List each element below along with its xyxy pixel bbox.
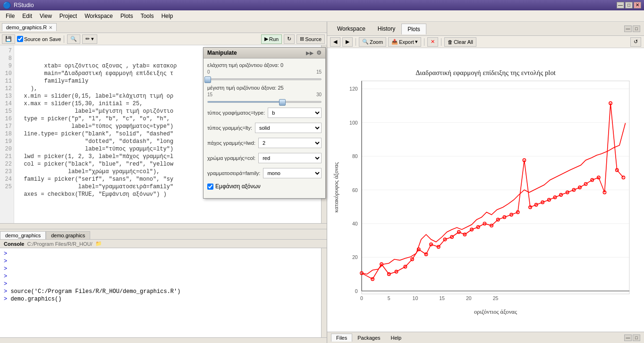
- manipulate-row-6: γραμματοσειρά=family: serifsansmonosymbo…: [207, 168, 322, 178]
- manipulate-expand-icon[interactable]: ▶▶: [306, 50, 314, 56]
- file-tab-demo-graphics[interactable]: demo.graphics: [46, 231, 90, 239]
- slider-thumb-1[interactable]: [279, 99, 286, 106]
- plots-clear-button[interactable]: 🗑 Clear All: [444, 37, 476, 47]
- slider-thumb-0[interactable]: [204, 76, 211, 83]
- line-number: 7: [0, 47, 12, 55]
- clear-label: Clear All: [454, 39, 473, 45]
- find-button[interactable]: 🔍: [67, 34, 80, 44]
- editor-tab-demo-graphics[interactable]: demo_graphics.R ✕: [2, 23, 57, 31]
- right-bottom-minimize-button[interactable]: —: [624, 335, 632, 341]
- svg-text:100: 100: [349, 120, 358, 125]
- manipulate-row-1: μέγιστη τιμή οριζόντιου άξονα: 25 15 30: [207, 85, 322, 103]
- select-5[interactable]: blackblueredyellowgreen: [258, 153, 322, 163]
- code-tools-button[interactable]: ✏ ▾: [82, 34, 97, 44]
- menu-item-help[interactable]: Help: [158, 12, 177, 20]
- manipulate-header[interactable]: Manipulate ▶▶ ⚙: [203, 48, 325, 59]
- rerun-button[interactable]: ↻: [284, 34, 295, 44]
- plots-fwd-button[interactable]: ▶: [342, 37, 353, 47]
- menu-item-tools[interactable]: Tools: [137, 12, 158, 20]
- menu-item-workspace[interactable]: Workspace: [81, 12, 117, 20]
- line-number: 17: [0, 123, 12, 130]
- right-bottom-maximize-button[interactable]: □: [633, 335, 640, 341]
- console-hscrollbar[interactable]: [0, 337, 327, 343]
- minimize-button[interactable]: —: [617, 2, 624, 8]
- select-label-5: χρώμα γραμμής=col:: [207, 155, 255, 161]
- manipulate-panel: Manipulate ▶▶ ⚙ ελάχιστη τιμή οριζόντιου…: [203, 47, 326, 199]
- select-4[interactable]: 123: [258, 138, 322, 148]
- right-maximize-button[interactable]: □: [633, 25, 640, 32]
- select-label-2: τύπος γραφήματος=type:: [207, 110, 265, 116]
- run-icon: ▶: [264, 36, 268, 42]
- window-controls: — □ ✕: [617, 2, 641, 8]
- tab-workspace[interactable]: Workspace: [331, 23, 372, 34]
- manipulate-title: Manipulate: [207, 50, 237, 56]
- menu-item-edit[interactable]: Edit: [18, 12, 36, 20]
- plots-toolbar-sep3: [441, 38, 441, 46]
- plots-export-button[interactable]: 📤 Export ▾: [388, 37, 421, 47]
- tab-packages[interactable]: Packages: [352, 334, 385, 342]
- line-number: 19: [0, 138, 12, 145]
- run-button[interactable]: ▶ Run: [261, 34, 282, 44]
- slider-fill-1: [208, 101, 282, 102]
- plot-y-label: κατακόρυφος άξονας: [333, 162, 339, 212]
- console-line: >: [4, 265, 317, 273]
- svg-text:20: 20: [352, 255, 358, 260]
- line-number: 12: [0, 85, 12, 92]
- checkbox-axes[interactable]: [207, 184, 213, 190]
- slider-label-1: μέγιστη τιμή οριζόντιου άξονα: 25: [207, 85, 322, 91]
- manipulate-gear-icon[interactable]: ⚙: [316, 50, 322, 56]
- svg-text:0: 0: [360, 295, 363, 301]
- line-number: 18: [0, 130, 12, 138]
- line-number: 15: [0, 108, 12, 115]
- plots-toolbar-sep1: [356, 38, 356, 46]
- menu-item-project[interactable]: Project: [56, 12, 81, 20]
- zoom-label: Zoom: [370, 39, 383, 45]
- editor-toolbar: 💾 Source on Save 🔍 ✏ ▾ ▶ Run ↻ ⊞ Source: [0, 33, 327, 45]
- console-header: Console C:/Program Files/R/R_HOU/ 📁: [0, 240, 327, 248]
- window-title: RStudio: [14, 2, 617, 8]
- slider-track-1[interactable]: [207, 101, 322, 103]
- console-line: >: [4, 250, 317, 258]
- tab-files[interactable]: Files: [331, 334, 352, 342]
- right-minimize-button[interactable]: —: [624, 25, 632, 32]
- select-3[interactable]: blanksoliddasheddotteddotdashlongdash: [255, 123, 322, 133]
- plots-panel: Workspace History Plots — □ ◀ ▶ 🔍 Zoom: [327, 22, 644, 343]
- console-content[interactable]: >>>>>> source('C:/Program Files/R/R_HOU/…: [0, 248, 321, 337]
- file-tab-demo-graphics[interactable]: demo_graphics: [0, 231, 46, 239]
- line-number: 16: [0, 115, 12, 123]
- plots-zoom-button[interactable]: 🔍 Zoom: [359, 37, 386, 47]
- line-number: 13: [0, 92, 12, 100]
- tab-plots[interactable]: Plots: [401, 24, 426, 34]
- svg-text:0: 0: [355, 288, 358, 294]
- close-button[interactable]: ✕: [634, 2, 641, 8]
- maximize-button[interactable]: □: [625, 2, 633, 8]
- plots-delete-button[interactable]: ✕: [427, 37, 438, 47]
- source-button[interactable]: ⊞ Source: [297, 34, 325, 44]
- slider-track-0[interactable]: [207, 78, 322, 80]
- menu-item-plots[interactable]: Plots: [117, 12, 137, 20]
- plots-refresh-button[interactable]: ↺: [630, 37, 641, 47]
- select-label-6: γραμματοσειρά=family:: [207, 170, 260, 176]
- checkbox-label-7: Εμφάνιση αξόνων: [215, 183, 261, 190]
- toolbar-separator-1: [64, 35, 64, 43]
- source-on-save-checkbox[interactable]: [17, 36, 23, 42]
- manipulate-row-5: χρώμα γραμμής=col: blackblueredyellowgre…: [207, 153, 322, 163]
- svg-text:5: 5: [388, 295, 390, 301]
- plot-title: Διαδραστική εφαρμογή επίδειξης της εντολ…: [415, 69, 556, 76]
- export-chevron-icon: ▾: [415, 39, 418, 45]
- tab-help[interactable]: Help: [386, 334, 407, 342]
- editor-tab-close-icon[interactable]: ✕: [49, 25, 52, 30]
- clear-icon: 🗑: [448, 39, 453, 45]
- save-button[interactable]: 💾: [2, 34, 15, 44]
- select-2[interactable]: plbcoh: [268, 108, 322, 118]
- menu-item-view[interactable]: View: [36, 12, 56, 20]
- select-6[interactable]: serifsansmonosymbol: [263, 168, 322, 178]
- tab-history[interactable]: History: [372, 23, 401, 34]
- menu-item-file[interactable]: File: [2, 12, 18, 20]
- console-vscrollbar[interactable]: [321, 248, 327, 337]
- manipulate-row-7: Εμφάνιση αξόνων: [207, 183, 322, 190]
- svg-text:10: 10: [413, 295, 418, 301]
- plots-back-button[interactable]: ◀: [330, 37, 340, 47]
- editor-hscrollbar[interactable]: [0, 223, 327, 229]
- line-number: 23: [0, 168, 12, 176]
